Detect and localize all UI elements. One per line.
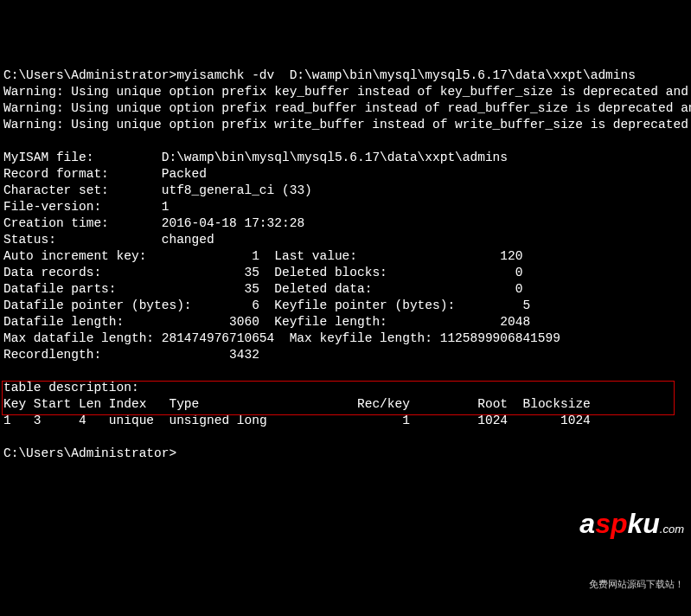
datafile-pointer-label: Datafile pointer (bytes): xyxy=(3,298,192,312)
recordlength-row: Recordlength: 3432 xyxy=(3,348,259,362)
prompt-line-1: C:\Users\Administrator>myisamchk -dv D:\… xyxy=(3,68,636,82)
max-keyfile-value: 1125899906841599 xyxy=(440,331,560,345)
datafile-length-value: 3060 xyxy=(229,315,259,329)
record-format-value: Packed xyxy=(162,167,207,181)
prompt: C:\Users\Administrator> xyxy=(3,68,176,82)
datafile-pointer-value: 6 xyxy=(252,298,259,312)
charset-value: utf8_general_ci (33) xyxy=(162,183,312,197)
datafile-parts-label: Datafile parts: xyxy=(3,282,117,296)
deleted-data-label: Deleted data: xyxy=(274,282,372,296)
auto-inc-row: Auto increment key: 1 Last value: 120 xyxy=(3,249,522,263)
logo-a: a xyxy=(579,508,595,539)
keyfile-pointer-value: 5 xyxy=(522,298,530,312)
record-format-label: Record format: xyxy=(3,167,109,181)
file-version-row: File-version: 1 xyxy=(3,200,169,214)
td-reckey: 1 xyxy=(402,414,410,427)
watermark-subtitle: 免费网站源码下载站！ xyxy=(579,576,684,593)
creation-time-label: Creation time: xyxy=(3,216,109,230)
data-records-label: Data records: xyxy=(3,266,101,279)
record-format-row: Record format: Packed xyxy=(3,167,207,181)
recordlength-label: Recordlength: xyxy=(3,348,101,362)
logo-sp: sp xyxy=(595,508,627,539)
warning-2: Warning: Using unique option prefix read… xyxy=(3,101,691,115)
status-label: Status: xyxy=(3,233,56,247)
watermark-logo: aspku.com xyxy=(579,510,684,543)
td-blocksize: 1024 xyxy=(560,414,591,427)
charset-row: Character set: utf8_general_ci (33) xyxy=(3,183,312,197)
th-root: Root xyxy=(477,397,508,411)
datafile-length-label: Datafile length: xyxy=(3,315,124,329)
max-datafile-label: Max datafile length: xyxy=(3,331,154,345)
th-reckey: Rec/key xyxy=(357,397,410,411)
prompt-line-2[interactable]: C:\Users\Administrator> xyxy=(3,446,176,460)
command-text: myisamchk -dv D:\wamp\bin\mysql\mysql5.6… xyxy=(176,68,636,82)
max-datafile-value: 281474976710654 xyxy=(162,331,275,345)
datafile-parts-row: Datafile parts: 35 Deleted data: 0 xyxy=(3,282,522,296)
th-len: Len xyxy=(79,397,101,411)
watermark: aspku.com 免费网站源码下载站！ xyxy=(579,477,684,609)
terminal-output: C:\Users\Administrator>myisamchk -dv D:\… xyxy=(3,67,688,462)
th-start: Start xyxy=(34,397,72,411)
td-start: 3 xyxy=(34,414,42,427)
status-value: changed xyxy=(162,233,214,247)
recordlength-value: 3432 xyxy=(229,348,259,362)
th-index: Index xyxy=(109,397,147,411)
max-datafile-row: Max datafile length: 281474976710654 Max… xyxy=(3,331,560,345)
myisam-file-label: MyISAM file: xyxy=(3,151,93,164)
datafile-parts-value: 35 xyxy=(244,282,259,296)
td-len: 4 xyxy=(79,414,86,427)
myisam-file-row: MyISAM file: D:\wamp\bin\mysql\mysql5.6.… xyxy=(3,151,508,164)
table-desc-heading: table description: xyxy=(3,381,139,395)
th-type: Type xyxy=(169,397,199,411)
warning-1: Warning: Using unique option prefix key_… xyxy=(3,85,691,99)
data-records-value: 35 xyxy=(244,266,259,279)
max-keyfile-label: Max keyfile length: xyxy=(290,331,432,345)
auto-inc-label: Auto increment key: xyxy=(3,249,146,263)
prompt: C:\Users\Administrator> xyxy=(3,446,176,460)
warning-3: Warning: Using unique option prefix writ… xyxy=(3,118,691,132)
th-key: Key xyxy=(3,397,26,411)
file-version-value: 1 xyxy=(162,200,170,214)
file-version-label: File-version: xyxy=(3,200,101,214)
td-key: 1 xyxy=(3,414,11,427)
deleted-blocks-value: 0 xyxy=(515,266,523,279)
datafile-pointer-row: Datafile pointer (bytes): 6 Keyfile poin… xyxy=(3,298,530,312)
data-records-row: Data records: 35 Deleted blocks: 0 xyxy=(3,266,522,279)
th-blocksize: Blocksize xyxy=(522,397,590,411)
creation-time-row: Creation time: 2016-04-18 17:32:28 xyxy=(3,216,304,230)
last-value-label: Last value: xyxy=(274,249,357,263)
datafile-length-row: Datafile length: 3060 Keyfile length: 20… xyxy=(3,315,530,329)
td-type: unsigned long xyxy=(169,414,266,427)
td-index: unique xyxy=(109,414,154,427)
keyfile-pointer-label: Keyfile pointer (bytes): xyxy=(274,298,455,312)
table-header-row: Key Start Len Index Type Rec/key Root Bl… xyxy=(3,397,591,411)
status-row: Status: changed xyxy=(3,233,214,247)
last-value-value: 120 xyxy=(500,249,522,263)
keyfile-length-value: 2048 xyxy=(500,315,530,329)
creation-time-value: 2016-04-18 17:32:28 xyxy=(162,216,304,230)
deleted-data-value: 0 xyxy=(515,282,523,296)
auto-inc-value: 1 xyxy=(252,249,259,263)
myisam-file-value: D:\wamp\bin\mysql\mysql5.6.17\data\xxpt\… xyxy=(162,151,508,164)
logo-ku: ku xyxy=(627,508,659,539)
table-row: 1 3 4 unique unsigned long 1 1024 1024 xyxy=(3,414,591,427)
td-root: 1024 xyxy=(477,414,508,427)
deleted-blocks-label: Deleted blocks: xyxy=(274,266,387,279)
keyfile-length-label: Keyfile length: xyxy=(274,315,387,329)
logo-com: .com xyxy=(660,523,684,536)
charset-label: Character set: xyxy=(3,183,109,197)
